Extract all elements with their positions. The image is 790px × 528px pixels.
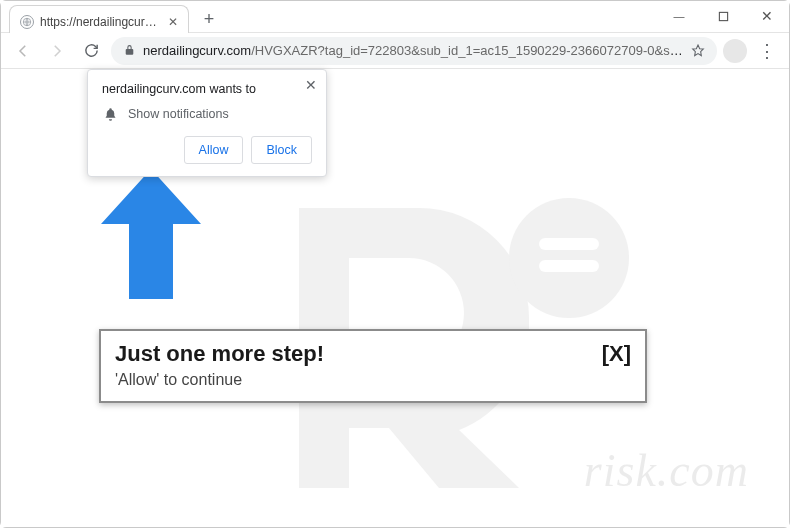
message-subtitle: 'Allow' to continue bbox=[115, 371, 631, 389]
back-button[interactable] bbox=[9, 37, 37, 65]
dialog-close-icon[interactable]: ✕ bbox=[302, 76, 320, 94]
page-content: risk.com ✕ nerdailingcurv.com wants to S… bbox=[1, 69, 789, 527]
new-tab-button[interactable]: + bbox=[195, 5, 223, 33]
address-bar[interactable]: nerdailingcurv.com/HVGXAZR?tag_id=722803… bbox=[111, 37, 717, 65]
bell-icon bbox=[102, 106, 118, 122]
url-text: nerdailingcurv.com/HVGXAZR?tag_id=722803… bbox=[143, 43, 683, 58]
permission-origin: nerdailingcurv.com wants to bbox=[102, 82, 312, 96]
notification-permission-dialog: ✕ nerdailingcurv.com wants to Show notif… bbox=[87, 69, 327, 177]
window-controls: — ✕ bbox=[657, 1, 789, 31]
bookmark-star-icon[interactable] bbox=[689, 42, 707, 60]
svg-rect-3 bbox=[539, 238, 599, 250]
message-box: Just one more step! [X] 'Allow' to conti… bbox=[99, 329, 647, 403]
minimize-button[interactable]: — bbox=[657, 1, 701, 31]
permission-buttons: Allow Block bbox=[102, 136, 312, 164]
svg-rect-1 bbox=[719, 12, 727, 20]
globe-icon bbox=[20, 15, 34, 29]
url-path: /HVGXAZR?tag_id=722803&sub_id_1=ac15_159… bbox=[251, 43, 683, 58]
permission-request-label: Show notifications bbox=[128, 107, 229, 121]
allow-button[interactable]: Allow bbox=[184, 136, 244, 164]
url-host: nerdailingcurv.com bbox=[143, 43, 251, 58]
profile-avatar[interactable] bbox=[723, 39, 747, 63]
svg-rect-4 bbox=[539, 260, 599, 272]
reload-button[interactable] bbox=[77, 37, 105, 65]
browser-window: https://nerdailingcurv.com/HVG ✕ + — ✕ bbox=[0, 0, 790, 528]
toolbar: nerdailingcurv.com/HVGXAZR?tag_id=722803… bbox=[1, 33, 789, 69]
permission-row: Show notifications bbox=[102, 106, 312, 122]
lock-icon[interactable] bbox=[121, 43, 137, 59]
arrow-icon bbox=[101, 169, 201, 303]
svg-point-2 bbox=[509, 198, 629, 318]
window-close-button[interactable]: ✕ bbox=[745, 1, 789, 31]
block-button[interactable]: Block bbox=[251, 136, 312, 164]
watermark-logo bbox=[109, 129, 789, 527]
forward-button[interactable] bbox=[43, 37, 71, 65]
maximize-button[interactable] bbox=[701, 1, 745, 31]
message-title: Just one more step! bbox=[115, 341, 324, 367]
watermark-text: risk.com bbox=[584, 444, 749, 497]
menu-button[interactable]: ⋮ bbox=[753, 37, 781, 65]
titlebar: https://nerdailingcurv.com/HVG ✕ + — ✕ bbox=[1, 1, 789, 33]
tab-title: https://nerdailingcurv.com/HVG bbox=[40, 15, 160, 29]
tab-close-icon[interactable]: ✕ bbox=[166, 15, 180, 29]
message-close-icon[interactable]: [X] bbox=[602, 341, 631, 367]
message-header: Just one more step! [X] bbox=[115, 341, 631, 367]
